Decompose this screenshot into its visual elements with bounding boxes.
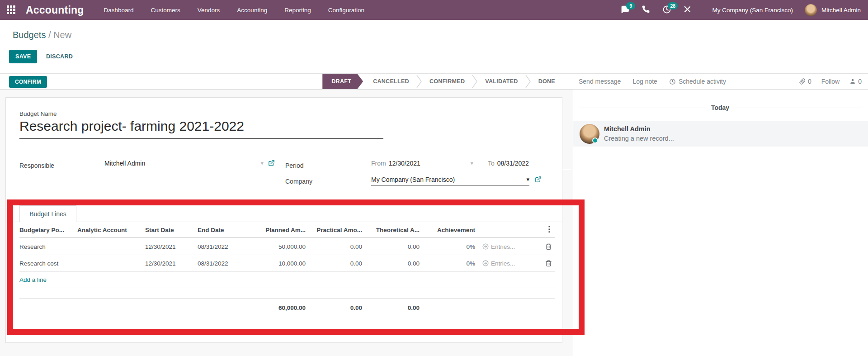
tab-budget-lines[interactable]: Budget Lines (19, 205, 76, 222)
send-message-button[interactable]: Send message (579, 78, 621, 85)
responsible-value: Mitchell Admin (104, 160, 145, 167)
follow-button[interactable]: Follow (821, 78, 840, 85)
column-header-theoretical[interactable]: Theoretical A... (362, 227, 420, 233)
nav-menu-customers[interactable]: Customers (151, 7, 180, 14)
table-row: Research 12/30/2021 08/31/2022 50,000.00… (19, 238, 555, 255)
responsible-label: Responsible (19, 162, 54, 169)
statusbar: DRAFT CANCELLED CONFIRMED VALIDATED DONE (322, 74, 562, 89)
column-header-budgetary-position[interactable]: Budgetary Po... (19, 227, 77, 233)
add-line-row: Add a line (19, 272, 555, 288)
statusbar-step-done[interactable]: DONE (531, 74, 562, 89)
messages-badge: 9 (626, 2, 635, 9)
nav-menu-dashboard[interactable]: Dashboard (104, 7, 134, 14)
entries-label: Entries... (491, 243, 515, 250)
company-external-link-icon[interactable] (535, 176, 542, 183)
phone-icon[interactable] (642, 5, 651, 15)
budget-name-input[interactable]: Research project- farming 2021-2022 (19, 119, 383, 139)
statusbar-step-cancelled[interactable]: CANCELLED (366, 74, 416, 89)
breadcrumb-current: New (53, 30, 71, 40)
navbar-systray: 9 28 My Company (San Francisco) Mitchell… (621, 0, 868, 20)
entries-button[interactable]: Entries... (475, 243, 532, 250)
column-header-planned[interactable]: Planned Am... (250, 227, 306, 233)
nav-menu-configuration[interactable]: Configuration (328, 7, 364, 14)
online-status-dot (592, 138, 598, 143)
column-header-analytic-account[interactable]: Analytic Account (77, 227, 145, 233)
period-from-field[interactable]: From 12/30/2021 ▾ (371, 157, 473, 169)
cell-practical[interactable]: 0.00 (306, 260, 362, 267)
apps-grid-icon[interactable] (7, 5, 16, 14)
user-menu[interactable]: Mitchell Admin (821, 7, 861, 14)
from-label: From (371, 160, 386, 167)
chatter-mini-tools: 0 Follow 0 (799, 74, 862, 89)
total-theoretical: 0.00 (362, 304, 420, 311)
column-header-practical[interactable]: Practical Amo... (306, 227, 362, 233)
add-a-line-link[interactable]: Add a line (19, 276, 47, 283)
nav-menu-vendors[interactable]: Vendors (198, 7, 220, 14)
column-header-achievement[interactable]: Achievement (420, 227, 475, 233)
total-planned: 60,000.00 (250, 304, 306, 311)
delete-row-icon[interactable] (545, 260, 552, 267)
phone-glyph-icon (642, 5, 650, 14)
table-totals-row: 60,000.00 0.00 0.00 (19, 299, 555, 318)
table-row: Research cost 12/30/2021 08/31/2022 10,0… (19, 255, 555, 272)
schedule-activity-button[interactable]: Schedule activity (669, 78, 726, 85)
statusbar-step-draft[interactable]: DRAFT (322, 74, 363, 89)
log-note-button[interactable]: Log note (632, 78, 657, 85)
cell-planned[interactable]: 10,000.00 (250, 260, 306, 267)
optional-columns-icon[interactable]: ⋮ (545, 225, 553, 233)
nav-menu-accounting[interactable]: Accounting (237, 7, 267, 14)
cell-practical[interactable]: 0.00 (306, 243, 362, 250)
statusbar-step-confirmed[interactable]: CONFIRMED (422, 74, 472, 89)
control-panel: Budgets / New SAVE DISCARD (0, 20, 868, 74)
cell-theoretical[interactable]: 0.00 (362, 260, 420, 267)
chevron-down-icon[interactable]: ▾ (260, 160, 264, 166)
budget-name-label: Budget Name (19, 110, 57, 117)
cell-budgetary-position[interactable]: Research cost (19, 260, 77, 267)
messages-icon[interactable]: 9 (621, 5, 631, 15)
chatter-message: Mitchell Admin Creating a new record... (573, 121, 868, 147)
confirm-button[interactable]: CONFIRM (9, 76, 47, 88)
cell-end-date[interactable]: 08/31/2022 (198, 260, 250, 267)
chevron-down-icon[interactable]: ▾ (470, 160, 473, 166)
period-to-field[interactable]: To 08/31/2022 (488, 157, 571, 169)
tools-cross-icon (683, 5, 692, 14)
cell-achievement[interactable]: 0% (420, 260, 475, 267)
statusbar-step-validated[interactable]: VALIDATED (478, 74, 525, 89)
cell-start-date[interactable]: 12/30/2021 (145, 260, 198, 267)
entries-label: Entries... (491, 260, 515, 267)
delete-row-icon[interactable] (545, 243, 552, 250)
nav-menus: Dashboard Customers Vendors Accounting R… (104, 7, 365, 14)
date-divider: Today (579, 101, 862, 114)
cell-start-date[interactable]: 12/30/2021 (145, 243, 198, 250)
followers-button[interactable]: 0 (849, 78, 862, 85)
entries-button[interactable]: Entries... (475, 260, 532, 267)
discard-button[interactable]: DISCARD (46, 50, 73, 63)
company-switcher[interactable]: My Company (San Francisco) (712, 7, 793, 14)
nav-menu-reporting[interactable]: Reporting (284, 7, 311, 14)
responsible-field[interactable]: Mitchell Admin ▾ (104, 157, 264, 169)
to-date-value: 08/31/2022 (497, 160, 529, 167)
follower-count: 0 (858, 78, 862, 85)
column-header-end-date[interactable]: End Date (198, 227, 250, 233)
attachment-count: 0 (808, 78, 811, 85)
company-value: My Company (San Francisco) (371, 176, 455, 183)
cell-planned[interactable]: 50,000.00 (250, 243, 306, 250)
responsible-external-link-icon[interactable] (268, 160, 275, 166)
cell-achievement[interactable]: 0% (420, 243, 475, 250)
statusbar-chevron (416, 74, 422, 89)
company-field[interactable]: My Company (San Francisco) ▾ (371, 174, 529, 185)
clock-icon (669, 78, 676, 85)
debug-tools-icon[interactable] (683, 5, 693, 15)
cell-budgetary-position[interactable]: Research (19, 243, 77, 250)
column-header-start-date[interactable]: Start Date (145, 227, 198, 233)
chevron-down-icon[interactable]: ▾ (526, 176, 529, 183)
cell-end-date[interactable]: 08/31/2022 (198, 243, 250, 250)
activities-icon[interactable]: 28 (662, 5, 672, 15)
app-name: Accounting (26, 4, 84, 16)
breadcrumb-budgets[interactable]: Budgets (13, 30, 46, 40)
user-avatar[interactable] (805, 4, 817, 16)
top-navbar: Accounting Dashboard Customers Vendors A… (0, 0, 868, 20)
save-button[interactable]: SAVE (9, 50, 37, 63)
cell-theoretical[interactable]: 0.00 (362, 243, 420, 250)
attachments-button[interactable]: 0 (799, 78, 811, 85)
